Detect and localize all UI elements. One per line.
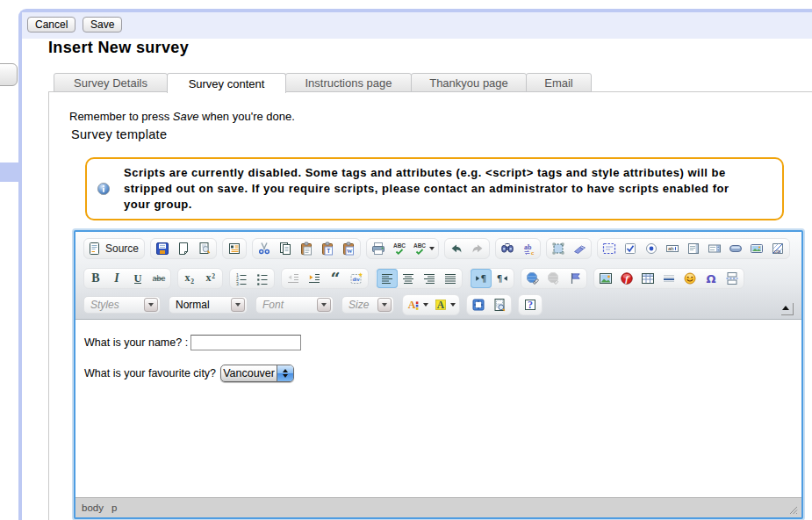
select-all-button[interactable] bbox=[548, 239, 569, 258]
svg-text:ABC: ABC bbox=[413, 242, 426, 249]
replace-button[interactable]: abc bbox=[518, 239, 539, 258]
flash-button[interactable]: f bbox=[616, 269, 637, 288]
textarea-button[interactable] bbox=[683, 239, 704, 258]
scayt-button[interactable]: ABC bbox=[410, 239, 437, 258]
decrease-indent-button bbox=[283, 269, 304, 288]
text-field-button[interactable]: ab bbox=[662, 239, 683, 258]
selection-field-button[interactable] bbox=[704, 239, 725, 258]
toolbar-group bbox=[466, 294, 512, 315]
text-color-button[interactable]: A bbox=[404, 295, 431, 314]
tab-survey-content[interactable]: Survey content bbox=[167, 73, 286, 93]
subscript-icon: x2 bbox=[183, 271, 197, 285]
toolbar-group: BIUabe bbox=[83, 268, 171, 289]
tab-survey-details[interactable]: Survey Details bbox=[54, 73, 168, 92]
link-button[interactable] bbox=[522, 269, 543, 288]
find-button[interactable] bbox=[497, 239, 518, 258]
image-button-button[interactable] bbox=[746, 239, 767, 258]
show-blocks-button[interactable] bbox=[489, 295, 510, 314]
align-center-button[interactable] bbox=[398, 269, 419, 288]
preview-button[interactable] bbox=[194, 239, 215, 258]
underline-button[interactable]: U bbox=[127, 269, 148, 288]
cancel-button[interactable]: Cancel bbox=[27, 17, 75, 32]
table-button[interactable] bbox=[637, 269, 658, 288]
paste-from-word-button[interactable]: W bbox=[338, 239, 359, 258]
about-icon: ? bbox=[523, 298, 537, 312]
print-button[interactable] bbox=[368, 239, 389, 258]
increase-indent-button[interactable] bbox=[304, 269, 325, 288]
source-button[interactable]: Source bbox=[85, 239, 143, 258]
size-combo[interactable]: Size bbox=[341, 296, 394, 314]
about-button[interactable]: ? bbox=[520, 295, 541, 314]
font-combo-arrow[interactable] bbox=[317, 298, 331, 312]
svg-text:A: A bbox=[437, 300, 445, 310]
copy-button[interactable] bbox=[275, 239, 296, 258]
form-button-button[interactable] bbox=[725, 239, 746, 258]
tab-email[interactable]: Email bbox=[526, 73, 592, 92]
reminder-suffix: when you're done. bbox=[198, 110, 294, 123]
warning-line: your group. bbox=[124, 197, 729, 213]
save-button[interactable]: Save bbox=[83, 17, 122, 32]
save-button[interactable] bbox=[152, 239, 173, 258]
create-div-button[interactable]: div bbox=[346, 269, 367, 288]
bulleted-list-button[interactable] bbox=[252, 269, 273, 288]
element-path-item[interactable]: body bbox=[82, 502, 104, 513]
replace-icon: abc bbox=[521, 242, 535, 256]
format-combo[interactable]: Normal bbox=[169, 296, 248, 314]
clipped-sidebar-button[interactable] bbox=[0, 63, 18, 86]
text-direction-rtl-button[interactable]: ¶ bbox=[492, 269, 513, 288]
spell-check-button[interactable]: ABC bbox=[389, 239, 410, 258]
city-select[interactable]: Vancouver bbox=[220, 365, 294, 382]
remove-format-button[interactable] bbox=[569, 239, 590, 258]
italic-icon: I bbox=[110, 271, 124, 285]
numbered-list-button[interactable]: 123 bbox=[231, 269, 252, 288]
horizontal-rule-button[interactable] bbox=[658, 269, 679, 288]
svg-text:div: div bbox=[352, 277, 360, 282]
smiley-icon bbox=[683, 271, 697, 285]
align-justify-button[interactable] bbox=[440, 269, 461, 288]
undo-button[interactable] bbox=[446, 239, 467, 258]
align-right-button[interactable] bbox=[419, 269, 440, 288]
hidden-field-button[interactable]: cda bbox=[767, 239, 788, 258]
element-path-item[interactable]: p bbox=[111, 502, 117, 513]
format-combo-arrow[interactable] bbox=[231, 298, 245, 312]
italic-button[interactable]: I bbox=[106, 269, 127, 288]
maximize-icon bbox=[471, 298, 485, 312]
tab-instructions-page[interactable]: Instructions page bbox=[285, 73, 412, 92]
strike-through-button[interactable]: abe bbox=[148, 269, 169, 288]
background-color-button[interactable]: A bbox=[431, 295, 458, 314]
size-combo-arrow[interactable] bbox=[377, 298, 392, 312]
blockquote-button[interactable]: “ bbox=[325, 269, 346, 288]
checkbox-button[interactable] bbox=[620, 239, 641, 258]
image-button[interactable] bbox=[595, 269, 616, 288]
paste-text-button[interactable]: T bbox=[317, 239, 338, 258]
editor-editing-area[interactable]: What is your name? :What is your favouri… bbox=[75, 320, 801, 497]
resize-grip-icon[interactable] bbox=[787, 504, 798, 515]
font-combo[interactable]: Font bbox=[255, 296, 334, 314]
radio-button-button[interactable] bbox=[641, 239, 662, 258]
new-page-button[interactable] bbox=[173, 239, 194, 258]
bold-button[interactable]: B bbox=[85, 269, 106, 288]
styles-combo[interactable]: Styles bbox=[83, 296, 161, 314]
question-label: What is your favourite city? bbox=[84, 367, 216, 379]
form-button[interactable] bbox=[599, 239, 620, 258]
superscript-button[interactable]: x2 bbox=[200, 269, 221, 288]
text-direction-ltr-button[interactable]: ¶ bbox=[471, 269, 492, 288]
source-icon bbox=[88, 242, 102, 256]
page-break-button[interactable] bbox=[722, 269, 743, 288]
templates-button[interactable] bbox=[224, 239, 245, 258]
subscript-button[interactable]: x2 bbox=[179, 269, 200, 288]
special-character-button[interactable]: Ω bbox=[701, 269, 722, 288]
cut-button[interactable] bbox=[254, 239, 275, 258]
smiley-button[interactable] bbox=[679, 269, 701, 288]
collapse-toolbar-button[interactable] bbox=[781, 303, 794, 315]
align-left-button[interactable] bbox=[377, 269, 398, 288]
anchor-button[interactable] bbox=[564, 269, 586, 288]
toolbar-group bbox=[222, 238, 247, 259]
svg-text:ab: ab bbox=[668, 246, 674, 251]
tab-thankyou-page[interactable]: Thankyou page bbox=[411, 73, 527, 92]
styles-combo-arrow[interactable] bbox=[144, 298, 158, 312]
paste-button[interactable] bbox=[296, 239, 317, 258]
maximize-button[interactable] bbox=[468, 295, 489, 314]
text-color-icon: A bbox=[406, 298, 420, 312]
name-text-input[interactable] bbox=[190, 335, 301, 350]
